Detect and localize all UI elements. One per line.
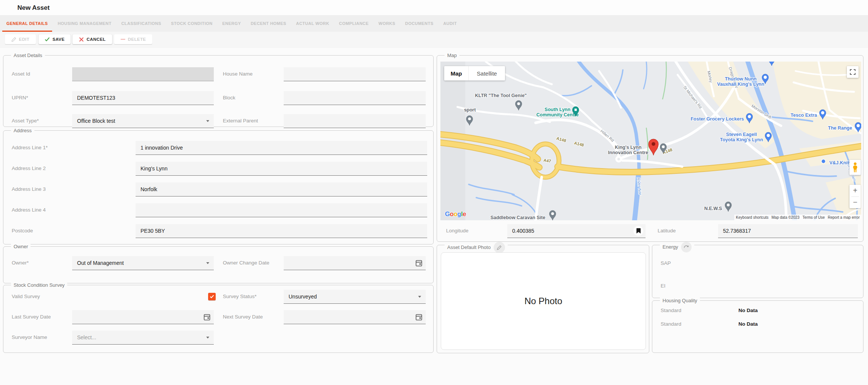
- cancel-button[interactable]: CANCEL: [73, 34, 112, 44]
- edit-button[interactable]: EDIT: [5, 34, 36, 44]
- tab-classifications[interactable]: CLASSIFICATIONS: [116, 15, 166, 32]
- bookmark-icon[interactable]: [633, 226, 643, 236]
- calendar-icon[interactable]: [415, 313, 422, 322]
- tab-audit[interactable]: AUDIT: [438, 15, 462, 32]
- poi-thurlow-nunn[interactable]: Vauxhall King's Lynn: [717, 82, 765, 87]
- address-line1-label: Address Line 1*: [12, 145, 48, 150]
- last-survey-date-field[interactable]: [72, 310, 214, 324]
- google-logo[interactable]: Google: [445, 210, 466, 218]
- valid-survey-checkbox[interactable]: [208, 293, 216, 300]
- poi-sport[interactable]: sport: [464, 107, 476, 113]
- uprn-input[interactable]: [77, 95, 209, 101]
- asset-default-photo-legend: Asset Default Photo: [445, 242, 508, 253]
- chevron-down-icon: [206, 120, 209, 122]
- map-zoom-control: + −: [849, 185, 861, 208]
- house-name-field[interactable]: [284, 67, 426, 81]
- postcode-input[interactable]: [141, 228, 422, 234]
- address-line2-field[interactable]: [136, 162, 427, 176]
- google-logo-letter: e: [463, 210, 466, 218]
- poi-kings-lynn-innovation-centre[interactable]: King's Lynn: [615, 145, 642, 150]
- map-fullscreen-button[interactable]: [847, 66, 859, 78]
- next-survey-date-input[interactable]: [289, 314, 421, 320]
- owner-change-date-input[interactable]: [289, 260, 421, 266]
- latitude-field[interactable]: [718, 224, 858, 238]
- pegman-streetview-button[interactable]: [849, 160, 861, 175]
- edit-button-label: EDIT: [19, 37, 29, 42]
- poi-saddlebow-caravan[interactable]: Saddlebow Caravan Site: [490, 215, 545, 220]
- external-parent-field[interactable]: [284, 114, 426, 128]
- tab-general-details[interactable]: GENERAL DETAILS: [2, 15, 53, 32]
- next-survey-date-field[interactable]: [284, 310, 426, 324]
- housing-standard-label: Standard: [661, 321, 681, 327]
- asset-type-select[interactable]: Office Block test: [72, 114, 214, 128]
- address-line1-field[interactable]: [136, 141, 427, 155]
- chevron-down-icon: [418, 296, 421, 298]
- tab-stock-condition[interactable]: STOCK CONDITION: [166, 15, 218, 32]
- map-type-satellite-button[interactable]: Satellite: [468, 66, 505, 80]
- delete-button[interactable]: DELETE: [114, 34, 152, 44]
- poi-news[interactable]: N.E.W.S: [704, 206, 722, 211]
- address-line4-field[interactable]: [136, 203, 427, 217]
- last-survey-date-input[interactable]: [77, 314, 209, 320]
- refresh-energy-button[interactable]: [681, 242, 692, 252]
- housing-quality-legend: Housing Quality: [660, 297, 700, 304]
- address-line3-field[interactable]: [136, 182, 427, 196]
- poi-the-range[interactable]: The Range: [828, 125, 852, 131]
- tab-documents[interactable]: DOCUMENTS: [400, 15, 438, 32]
- zoom-out-button[interactable]: −: [849, 197, 861, 209]
- next-survey-date-label: Next Survey Date: [223, 314, 263, 320]
- owner-change-date-field[interactable]: [284, 256, 426, 270]
- map-type-map-button[interactable]: Map: [444, 66, 468, 80]
- energy-legend-text: Energy: [663, 244, 678, 250]
- poi-steven-eagell[interactable]: Toyota King's Lynn: [720, 137, 763, 142]
- external-parent-input[interactable]: [289, 118, 421, 124]
- poi-tesco-extra[interactable]: Tesco Extra: [791, 113, 817, 118]
- external-parent-label: External Parent: [223, 118, 258, 124]
- poi-kltr-tool-genie[interactable]: KLTR "The Tool Genie": [475, 93, 527, 98]
- address-section: Address Address Line 1* Address Line 2 A…: [3, 130, 434, 244]
- surveyor-name-select[interactable]: Select...: [72, 331, 214, 345]
- house-name-input[interactable]: [289, 71, 421, 77]
- no-photo-text: No Photo: [524, 296, 562, 306]
- poi-thurlow-nunn[interactable]: Thurlow Nunn: [725, 76, 757, 82]
- block-input[interactable]: [289, 95, 421, 101]
- google-map[interactable]: A47 A148 A148 A148 Morley Dragonfly W Mo…: [440, 62, 861, 220]
- address-line3-input[interactable]: [141, 186, 422, 192]
- uprn-field[interactable]: [72, 91, 214, 105]
- terms-of-use-link[interactable]: Terms of Use: [801, 215, 826, 220]
- postcode-field[interactable]: [136, 224, 427, 238]
- address-line1-input[interactable]: [141, 145, 422, 151]
- edit-photo-button[interactable]: [494, 242, 505, 253]
- photo-placeholder-box[interactable]: No Photo: [441, 252, 646, 350]
- poi-south-lynn-cc[interactable]: South Lynn: [545, 107, 570, 112]
- tab-works[interactable]: WORKS: [374, 15, 400, 32]
- latitude-input[interactable]: [723, 228, 853, 234]
- address-line2-input[interactable]: [141, 165, 422, 172]
- keyboard-shortcuts-link[interactable]: Keyboard shortcuts: [734, 215, 770, 220]
- block-field[interactable]: [284, 91, 426, 105]
- calendar-icon[interactable]: [204, 313, 210, 322]
- longitude-field[interactable]: [507, 224, 646, 238]
- tab-housing-management[interactable]: HOUSING MANAGEMENT: [53, 15, 117, 32]
- calendar-icon[interactable]: [415, 259, 422, 268]
- asset-details-section: Asset Details Asset Id House Name UPRN* …: [3, 55, 434, 127]
- map-dot-vj-knitwear[interactable]: [822, 159, 826, 164]
- save-button[interactable]: SAVE: [39, 34, 71, 44]
- owner-select[interactable]: Out of Management: [72, 256, 214, 270]
- poi-kings-lynn-innovation-centre[interactable]: Innovation Centre: [608, 150, 648, 155]
- chevron-down-icon: [206, 262, 209, 264]
- poi-steven-eagell[interactable]: Steven Eagell: [726, 132, 757, 137]
- tab-compliance[interactable]: COMPLIANCE: [334, 15, 374, 32]
- zoom-in-button[interactable]: +: [849, 185, 861, 196]
- survey-status-select[interactable]: Unsurveyed: [284, 290, 426, 304]
- tab-actual-work[interactable]: ACTUAL WORK: [291, 15, 334, 32]
- tab-decent-homes[interactable]: DECENT HOMES: [246, 15, 291, 32]
- address-line4-input[interactable]: [141, 207, 422, 213]
- longitude-input[interactable]: [512, 228, 641, 234]
- poi-foster-grocery[interactable]: Foster Grocery Lockers: [690, 116, 744, 122]
- minus-icon: [120, 39, 125, 40]
- poi-south-lynn-cc[interactable]: Community Centre: [536, 112, 579, 118]
- report-map-error-link[interactable]: Report a map error: [826, 215, 861, 220]
- new-asset-page: New Asset GENERAL DETAILS HOUSING MANAGE…: [0, 0, 868, 385]
- tab-energy[interactable]: ENERGY: [218, 15, 246, 32]
